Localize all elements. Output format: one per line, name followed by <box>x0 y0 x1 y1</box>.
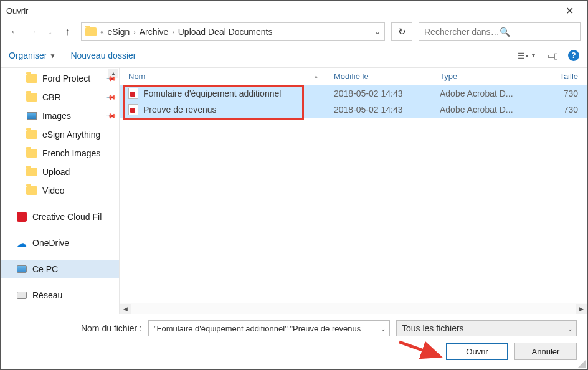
chevron-icon: › <box>133 29 135 36</box>
file-list[interactable]: Fomulaire d'équipement additionnel2018-0… <box>120 85 587 303</box>
chevron-down-icon[interactable]: ⌄ <box>374 27 381 36</box>
sidebar-item[interactable]: ☁OneDrive <box>1 234 119 252</box>
back-button[interactable]: ← <box>7 24 22 39</box>
pdf-icon <box>128 104 138 115</box>
titlebar: Ouvrir ✕ <box>1 1 587 20</box>
file-size: 730 <box>531 105 587 115</box>
folder-icon <box>26 74 37 83</box>
breadcrumb-1[interactable]: eSign <box>108 27 130 37</box>
recent-dropdown[interactable]: ⌄ <box>42 24 57 39</box>
sidebar-item-label: Video <box>42 186 119 196</box>
navbar: ← → ⌄ ↑ « eSign › Archive › Upload Deal … <box>1 20 587 44</box>
scroll-right-button[interactable]: ▶ <box>576 304 587 314</box>
creative-cloud-icon <box>16 212 27 221</box>
sidebar-item-label: Réseau <box>32 290 119 300</box>
view-mode-button[interactable]: ☰▪ ▼ <box>518 51 536 60</box>
sidebar-item-label: Creative Cloud Fil <box>32 212 119 222</box>
sidebar-item[interactable]: Ford Protect📌 <box>1 69 119 88</box>
chevron-down-icon[interactable]: ⌄ <box>567 325 572 332</box>
column-headers: Nom ▲ Modifié le Type Taille <box>120 68 587 85</box>
sidebar-item[interactable]: Upload <box>1 163 119 181</box>
new-folder-button[interactable]: Nouveau dossier <box>70 50 136 60</box>
onedrive-icon: ☁ <box>16 239 27 247</box>
close-icon[interactable]: ✕ <box>557 5 582 17</box>
body: ▲ Ford Protect📌CBR📌Images📌eSign Anything… <box>1 68 587 314</box>
refresh-button[interactable]: ↻ <box>391 22 412 41</box>
file-modified: 2018-05-02 14:43 <box>325 88 431 98</box>
cancel-button[interactable]: Annuler <box>514 343 577 360</box>
up-button[interactable]: ↑ <box>60 24 75 39</box>
chevron-down-icon: ▼ <box>49 52 55 59</box>
sidebar-item-label: Images <box>42 111 102 121</box>
sidebar-item[interactable]: Ce PC <box>1 260 119 278</box>
sidebar-item-label: Upload <box>42 167 119 177</box>
sidebar-item[interactable]: Video <box>1 181 119 200</box>
search-input[interactable]: Rechercher dans : Upload Dea... 🔍 <box>419 22 581 41</box>
file-row[interactable]: Fomulaire d'équipement additionnel2018-0… <box>120 85 587 102</box>
horizontal-scrollbar[interactable]: ◀ ▶ <box>120 303 587 314</box>
help-button[interactable]: ? <box>568 50 579 61</box>
file-type-filter[interactable]: Tous les fichiers ⌄ <box>396 320 577 336</box>
search-placeholder: Rechercher dans : Upload Dea... <box>424 27 500 37</box>
col-modified-header[interactable]: Modifié le <box>325 72 431 81</box>
sidebar-item[interactable]: Réseau <box>1 286 119 305</box>
chevron-down-icon: ▼ <box>531 52 536 59</box>
folder-icon <box>26 130 37 139</box>
address-bar[interactable]: « eSign › Archive › Upload Deal Document… <box>81 22 385 41</box>
sidebar-item-label: eSign Anything <box>42 130 119 140</box>
breadcrumb-3[interactable]: Upload Deal Documents <box>178 27 273 37</box>
file-pane: Nom ▲ Modifié le Type Taille Fomulaire d… <box>120 68 587 314</box>
annotation-arrow <box>396 339 446 364</box>
file-modified: 2018-05-02 14:43 <box>325 105 431 115</box>
chevron-down-icon[interactable]: ⌄ <box>381 325 386 332</box>
sidebar-item-label: Ce PC <box>32 264 119 274</box>
pc-icon <box>16 265 27 273</box>
sidebar-item-label: OneDrive <box>32 238 119 248</box>
filename-label: Nom du fichier : <box>11 323 142 333</box>
sidebar-item[interactable]: Images📌 <box>1 107 119 125</box>
sort-asc-icon: ▲ <box>313 74 319 80</box>
sidebar-item[interactable]: Creative Cloud Fil <box>1 207 119 226</box>
folder-icon <box>85 27 97 36</box>
file-type: Adobe Acrobat D... <box>431 105 531 115</box>
preview-pane-button[interactable]: ▭▯ <box>548 51 557 60</box>
file-name: Fomulaire d'équipement additionnel <box>143 88 281 98</box>
file-type: Adobe Acrobat D... <box>431 88 531 98</box>
pin-icon: 📌 <box>105 110 116 121</box>
images-icon <box>26 111 37 120</box>
sidebar-item-label: CBR <box>42 92 102 102</box>
open-button[interactable]: Ouvrir <box>446 343 508 360</box>
col-type-header[interactable]: Type <box>431 72 531 81</box>
sidebar-item[interactable]: French Images <box>1 144 119 163</box>
window-title: Ouvrir <box>6 6 557 16</box>
file-size: 730 <box>531 88 587 98</box>
scroll-left-button[interactable]: ◀ <box>120 304 131 314</box>
list-icon: ☰▪ <box>518 51 528 60</box>
pdf-icon <box>128 88 138 99</box>
network-icon <box>16 291 27 300</box>
chevron-icon: « <box>100 29 104 36</box>
folder-icon <box>26 149 37 158</box>
chevron-icon: › <box>172 29 174 36</box>
folder-icon <box>26 186 37 195</box>
file-row[interactable]: Preuve de revenus2018-05-02 14:43Adobe A… <box>120 102 587 118</box>
sidebar-item[interactable]: eSign Anything <box>1 125 119 144</box>
sidebar-item-label: Ford Protect <box>42 74 102 83</box>
forward-button[interactable]: → <box>25 24 40 39</box>
folder-icon <box>26 168 37 176</box>
filename-input[interactable]: "Fomulaire d'équipement additionnel" "Pr… <box>148 320 390 336</box>
search-icon: 🔍 <box>500 27 575 37</box>
sidebar-item[interactable]: CBR📌 <box>1 88 119 107</box>
sidebar-item-label: French Images <box>42 148 119 158</box>
breadcrumb-2[interactable]: Archive <box>140 27 169 37</box>
col-name-header[interactable]: Nom ▲ <box>120 72 325 81</box>
col-size-header[interactable]: Taille <box>531 72 587 81</box>
resize-grip[interactable] <box>577 359 586 368</box>
organize-menu[interactable]: Organiser ▼ <box>9 50 55 60</box>
pin-icon: 📌 <box>105 91 116 103</box>
file-name: Preuve de revenus <box>143 105 217 115</box>
toolbar: Organiser ▼ Nouveau dossier ☰▪ ▼ ▭▯ ? <box>1 44 587 67</box>
folder-icon <box>26 93 37 102</box>
svg-line-1 <box>399 342 440 356</box>
preview-icon: ▭▯ <box>548 51 557 60</box>
